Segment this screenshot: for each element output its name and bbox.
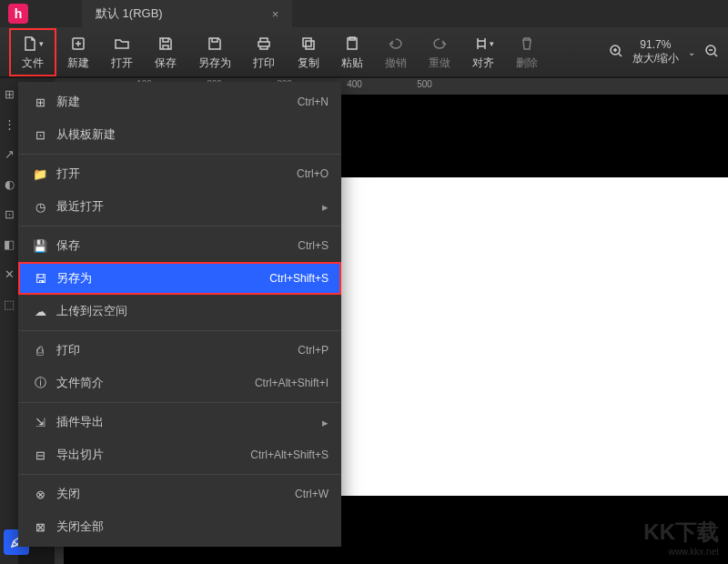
tool-sidebar: ⊞ ⋮ ↗ ◐ ⊡ ◧ ✕ ⬚: [0, 78, 18, 564]
save-icon: 💾: [31, 239, 49, 253]
save-icon: [157, 34, 174, 54]
separator: [18, 402, 341, 403]
file-icon: ▾: [22, 34, 44, 54]
copy-icon: [300, 34, 317, 54]
saveas-icon: [207, 34, 223, 54]
tool-icon-5[interactable]: ⊡: [5, 207, 15, 221]
close-icon[interactable]: ×: [272, 7, 279, 21]
separator: [18, 154, 341, 155]
close-all-icon: ⊠: [31, 520, 49, 534]
print-button[interactable]: 打印: [242, 30, 286, 75]
save-label: 保存: [155, 55, 177, 71]
printer-icon: ⎙: [31, 344, 49, 358]
tab-bar: h 默认 1(RGB) ×: [0, 0, 728, 27]
app-logo[interactable]: h: [0, 0, 36, 27]
svg-rect-2: [306, 41, 314, 49]
menu-upload-cloud[interactable]: ☁ 上传到云空间: [18, 295, 341, 327]
menu-docinfo[interactable]: ⓘ 文件简介 Ctrl+Alt+Shift+I: [18, 367, 341, 399]
redo-label: 重做: [429, 55, 450, 71]
chevron-right-icon: ▸: [322, 200, 329, 214]
paste-button[interactable]: 粘贴: [330, 30, 374, 75]
menu-from-template[interactable]: ⊡ 从模板新建: [18, 118, 341, 151]
zoom-out-icon[interactable]: [704, 44, 719, 61]
tool-icon-4[interactable]: ◐: [5, 177, 15, 191]
logo-h-icon: h: [8, 4, 28, 24]
menu-save[interactable]: 💾 保存 Ctrl+S: [18, 229, 341, 262]
slice-icon: ⊟: [31, 448, 49, 462]
align-button[interactable]: ▾ 对齐: [461, 30, 505, 75]
tool-icon-8[interactable]: ⬚: [4, 297, 15, 311]
separator: [18, 330, 341, 331]
tool-icon-1[interactable]: ⊞: [5, 87, 15, 101]
new-icon: [70, 34, 86, 54]
undo-button[interactable]: 撤销: [374, 30, 418, 75]
trash-icon: [519, 34, 535, 54]
close-circle-icon: ⊗: [31, 488, 49, 501]
svg-rect-1: [303, 38, 311, 46]
chevron-down-icon[interactable]: ⌄: [688, 47, 695, 57]
redo-icon: [431, 34, 448, 54]
tool-icon-6[interactable]: ◧: [4, 237, 15, 251]
template-icon: ⊡: [31, 128, 49, 142]
tool-icon-7[interactable]: ✕: [5, 267, 15, 281]
tab-title: 默认 1(RGB): [96, 5, 163, 22]
plus-square-icon: ⊞: [31, 96, 49, 109]
file-label: 文件: [22, 55, 44, 71]
folder-icon: [114, 34, 130, 54]
separator: [18, 474, 341, 475]
new-button[interactable]: 新建: [56, 30, 100, 75]
export-icon: ⇲: [31, 416, 49, 429]
menu-print[interactable]: ⎙ 打印 Ctrl+P: [18, 334, 341, 367]
saveas-icon: 🖫: [31, 272, 49, 286]
paste-icon: [344, 34, 360, 54]
menu-open[interactable]: 📁 打开 Ctrl+O: [18, 157, 341, 190]
info-icon: ⓘ: [31, 375, 49, 391]
menu-saveas[interactable]: 🖫 另存为 Ctrl+Shift+S: [18, 262, 341, 295]
menu-close-all[interactable]: ⊠ 关闭全部: [18, 510, 341, 543]
open-button[interactable]: 打开: [100, 30, 144, 75]
redo-button[interactable]: 重做: [418, 30, 461, 75]
copy-button[interactable]: 复制: [287, 30, 330, 75]
zoom-in-icon[interactable]: [609, 44, 623, 61]
undo-label: 撤销: [385, 55, 407, 71]
menu-close[interactable]: ⊗ 关闭 Ctrl+W: [18, 478, 341, 510]
watermark: KK下载 www.kkx.net: [643, 518, 719, 557]
tool-icon-2[interactable]: ⋮: [4, 117, 15, 131]
align-label: 对齐: [472, 55, 494, 71]
separator: [18, 226, 341, 227]
print-icon: [256, 34, 272, 54]
zoom-label: 放大/缩小: [632, 51, 679, 66]
zoom-controls: 91.7% 放大/缩小 ⌄: [609, 38, 719, 66]
undo-icon: [388, 34, 404, 54]
new-label: 新建: [67, 55, 89, 71]
saveas-button[interactable]: 另存为: [187, 30, 242, 75]
file-button[interactable]: ▾ 文件: [9, 28, 56, 76]
menu-export-slices[interactable]: ⊟ 导出切片 Ctrl+Alt+Shift+S: [18, 438, 341, 471]
clock-icon: ◷: [31, 200, 49, 214]
delete-label: 删除: [516, 55, 538, 71]
chevron-right-icon: ▸: [322, 416, 329, 429]
document-tab[interactable]: 默认 1(RGB) ×: [82, 0, 292, 27]
copy-label: 复制: [298, 55, 319, 71]
align-icon: ▾: [473, 34, 494, 54]
delete-button[interactable]: 删除: [505, 30, 549, 75]
file-menu: ⊞ 新建 Ctrl+N ⊡ 从模板新建 📁 打开 Ctrl+O ◷ 最近打开 ▸…: [18, 82, 341, 547]
toolbar: ▾ 文件 新建 打开 保存 另存为 打印 复制 粘贴 撤销 重做 ▾ 对齐: [0, 27, 728, 77]
tool-icon-3[interactable]: ↗: [5, 147, 15, 161]
zoom-value[interactable]: 91.7%: [640, 38, 671, 51]
menu-new[interactable]: ⊞ 新建 Ctrl+N: [18, 86, 341, 118]
paste-label: 粘贴: [341, 55, 363, 71]
print-label: 打印: [253, 55, 275, 71]
menu-plugin-export[interactable]: ⇲ 插件导出 ▸: [18, 406, 341, 438]
menu-recent[interactable]: ◷ 最近打开 ▸: [18, 190, 341, 223]
saveas-label: 另存为: [198, 55, 231, 71]
cloud-icon: ☁: [31, 305, 49, 318]
save-button[interactable]: 保存: [144, 30, 187, 75]
open-label: 打开: [111, 55, 133, 71]
folder-icon: 📁: [31, 167, 49, 181]
